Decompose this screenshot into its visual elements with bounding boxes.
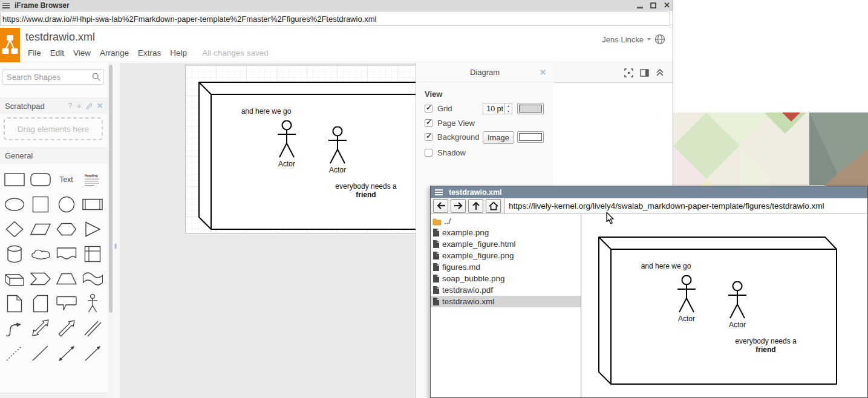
shape-text[interactable]: Text bbox=[53, 167, 79, 192]
browser-url-input[interactable] bbox=[0, 11, 670, 26]
file-list-item[interactable]: ../ bbox=[431, 215, 581, 227]
spinner-up-icon[interactable]: ▲ bbox=[505, 103, 512, 109]
forward-button[interactable] bbox=[451, 199, 466, 213]
box-label[interactable]: and here we go bbox=[230, 107, 302, 116]
shape-step[interactable] bbox=[27, 266, 53, 291]
menu-help[interactable]: Help bbox=[170, 48, 187, 57]
hamburger-menu-icon[interactable] bbox=[435, 189, 443, 195]
tab-diagram[interactable]: Diagram bbox=[470, 68, 500, 77]
iframe-browser-titlebar[interactable]: iFrame Browser ✕ bbox=[0, 0, 673, 11]
shape-bidirectional-connector[interactable] bbox=[53, 341, 79, 365]
background-image-button[interactable]: Image bbox=[483, 131, 514, 144]
shape-ellipse[interactable] bbox=[1, 192, 27, 217]
actor-shape[interactable] bbox=[277, 120, 296, 158]
file-list-item[interactable]: testdrawio.pdf bbox=[431, 284, 581, 296]
actor-shape[interactable] bbox=[328, 126, 347, 165]
grid-size-input[interactable]: 10 pt ▲▼ bbox=[483, 103, 512, 114]
shape-actor[interactable] bbox=[79, 291, 105, 316]
home-button[interactable] bbox=[486, 199, 501, 213]
actor-label[interactable]: Actor bbox=[269, 160, 305, 168]
background-checkbox[interactable] bbox=[425, 133, 432, 141]
svg-text:Heading: Heading bbox=[85, 174, 98, 177]
background-color-swatch[interactable] bbox=[517, 131, 544, 143]
actor-label[interactable]: Actor bbox=[319, 166, 356, 174]
back-button[interactable] bbox=[433, 199, 448, 213]
file-browser-url-input[interactable] bbox=[504, 198, 867, 214]
shape-process[interactable] bbox=[79, 192, 105, 217]
shape-cylinder[interactable] bbox=[1, 241, 27, 266]
close-icon[interactable]: ✕ bbox=[540, 68, 546, 77]
shape-card[interactable] bbox=[27, 291, 53, 316]
shape-rounded-rectangle[interactable] bbox=[27, 167, 53, 192]
shape-square[interactable] bbox=[27, 192, 53, 217]
file-list-item[interactable]: soap_bubble.png bbox=[431, 273, 581, 284]
cube-shape[interactable] bbox=[198, 82, 438, 230]
spinner-down-icon[interactable]: ▼ bbox=[505, 109, 512, 114]
file-icon bbox=[432, 228, 440, 237]
shape-triangle[interactable] bbox=[79, 217, 105, 241]
shape-document[interactable] bbox=[53, 241, 79, 266]
file-list-item[interactable]: example.png bbox=[431, 227, 581, 238]
menu-edit[interactable]: Edit bbox=[50, 48, 64, 57]
shape-parallelogram[interactable] bbox=[27, 217, 53, 241]
shape-link[interactable] bbox=[79, 316, 105, 341]
file-browser-content: ../ example.png example_figure.html exam… bbox=[431, 214, 867, 397]
account-menu[interactable]: Jens Lincke bbox=[602, 34, 665, 45]
edit-pencil-icon[interactable] bbox=[86, 103, 93, 109]
shape-cloud[interactable] bbox=[27, 241, 53, 266]
shape-rectangle[interactable] bbox=[1, 167, 27, 192]
sidebar-scrollbar[interactable] bbox=[108, 63, 113, 398]
add-icon[interactable]: + bbox=[76, 103, 82, 109]
shape-note[interactable] bbox=[1, 291, 27, 316]
shape-callout[interactable] bbox=[53, 291, 79, 316]
scrollbar-thumb[interactable] bbox=[109, 65, 113, 313]
shape-bidirectional-arrow[interactable] bbox=[27, 316, 53, 341]
help-icon[interactable]: ? bbox=[68, 102, 72, 110]
globe-icon[interactable] bbox=[654, 34, 665, 45]
shape-line[interactable] bbox=[27, 341, 53, 365]
minimize-button[interactable] bbox=[637, 7, 643, 8]
shape-diamond[interactable] bbox=[1, 217, 27, 241]
shape-trapezoid[interactable] bbox=[53, 266, 79, 291]
shape-cube[interactable] bbox=[1, 266, 27, 291]
menu-extras[interactable]: Extras bbox=[138, 48, 161, 57]
shape-circle[interactable] bbox=[53, 192, 79, 217]
shape-hexagon[interactable] bbox=[53, 217, 79, 241]
grid-checkbox[interactable] bbox=[425, 105, 432, 113]
note-label[interactable]: everybody needs a friend bbox=[324, 182, 408, 199]
scratchpad-dropzone[interactable]: Drag elements here bbox=[4, 117, 103, 140]
shape-directional-connector[interactable] bbox=[79, 341, 105, 365]
file-list-item[interactable]: figures.md bbox=[431, 261, 581, 273]
shape-textbox[interactable]: Heading bbox=[79, 167, 105, 192]
grid-label: Grid bbox=[437, 104, 452, 113]
page-view-checkbox[interactable] bbox=[425, 119, 432, 127]
search-shapes-input[interactable] bbox=[2, 69, 104, 85]
hamburger-menu-icon[interactable] bbox=[2, 3, 10, 8]
shape-internal-storage[interactable] bbox=[79, 241, 105, 266]
file-list-item[interactable]: example_figure.html bbox=[431, 238, 581, 250]
maximize-button[interactable] bbox=[650, 2, 656, 8]
shadow-checkbox[interactable] bbox=[425, 149, 432, 157]
close-button[interactable]: ✕ bbox=[664, 2, 670, 8]
menu-arrange[interactable]: Arrange bbox=[100, 48, 129, 57]
shape-curve[interactable] bbox=[1, 316, 27, 341]
search-icon[interactable] bbox=[92, 73, 100, 81]
grid-color-swatch[interactable] bbox=[517, 103, 544, 114]
scratchpad-header[interactable]: Scratchpad ? + ✕ bbox=[0, 98, 108, 114]
file-list-item[interactable]: example_figure.png bbox=[431, 250, 581, 261]
window-title: iFrame Browser bbox=[15, 1, 70, 10]
file-list-item[interactable]: testdrawio.xml bbox=[431, 296, 581, 307]
up-button[interactable] bbox=[468, 199, 483, 213]
file-browser-titlebar[interactable]: testdrawio.xml bbox=[431, 186, 867, 198]
shape-arrow[interactable] bbox=[53, 316, 79, 341]
general-section-header[interactable]: General bbox=[0, 148, 108, 163]
shape-dashed-line[interactable] bbox=[1, 341, 27, 365]
file-name: soap_bubble.png bbox=[442, 274, 505, 283]
canvas-diagram: and here we go Actor Actor everybody nee… bbox=[198, 82, 437, 230]
shape-tape[interactable] bbox=[79, 266, 105, 291]
menu-file[interactable]: File bbox=[28, 48, 41, 57]
grid-size-value[interactable]: 10 pt bbox=[483, 103, 505, 114]
close-icon[interactable]: ✕ bbox=[97, 102, 103, 110]
menu-view[interactable]: View bbox=[73, 48, 91, 57]
sidebar-splitter[interactable]: ‖ bbox=[113, 63, 120, 398]
